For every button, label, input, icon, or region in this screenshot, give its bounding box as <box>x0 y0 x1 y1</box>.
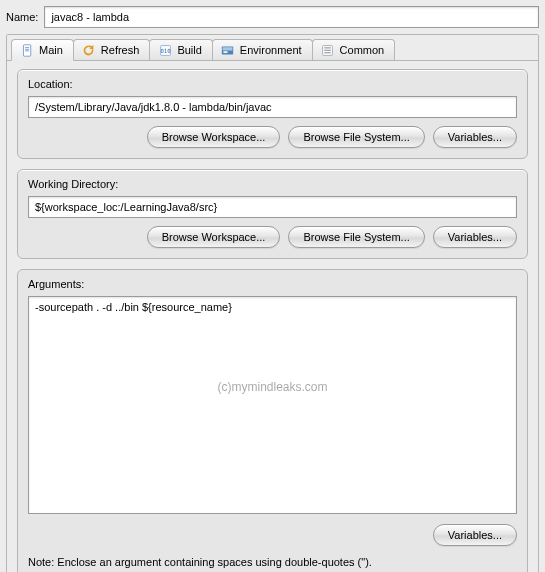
workdir-variables-button[interactable]: Variables... <box>433 226 517 248</box>
document-icon <box>20 43 34 57</box>
environment-icon <box>221 43 235 57</box>
working-directory-input[interactable] <box>28 196 517 218</box>
location-label: Location: <box>28 78 517 90</box>
arguments-note: Note: Enclose an argument containing spa… <box>28 556 517 568</box>
tabs-bar: Main Refresh 010 Build Environment Commo… <box>7 35 538 61</box>
name-label: Name: <box>6 11 38 23</box>
location-browse-filesystem-button[interactable]: Browse File System... <box>288 126 424 148</box>
tab-environment-label: Environment <box>240 44 302 56</box>
tab-build-label: Build <box>177 44 201 56</box>
working-directory-label: Working Directory: <box>28 178 517 190</box>
svg-rect-12 <box>324 52 331 53</box>
arguments-label: Arguments: <box>28 278 517 290</box>
svg-rect-10 <box>324 47 331 48</box>
location-group: Location: Browse Workspace... Browse Fil… <box>17 69 528 159</box>
location-input[interactable] <box>28 96 517 118</box>
tab-common-label: Common <box>340 44 385 56</box>
tab-main-label: Main <box>39 44 63 56</box>
config-panel: Main Refresh 010 Build Environment Commo… <box>6 34 539 572</box>
svg-rect-8 <box>224 51 228 53</box>
name-row: Name: <box>6 6 539 28</box>
build-icon: 010 <box>158 43 172 57</box>
arguments-group: Arguments: (c)mymindleaks.com Variables.… <box>17 269 528 572</box>
svg-text:010: 010 <box>160 47 171 53</box>
tab-refresh[interactable]: Refresh <box>73 39 151 60</box>
tab-refresh-label: Refresh <box>101 44 140 56</box>
tab-environment[interactable]: Environment <box>212 39 313 60</box>
common-icon <box>321 43 335 57</box>
tab-main-body: Location: Browse Workspace... Browse Fil… <box>7 61 538 572</box>
tab-build[interactable]: 010 Build <box>149 39 212 60</box>
workdir-browse-filesystem-button[interactable]: Browse File System... <box>288 226 424 248</box>
working-directory-group: Working Directory: Browse Workspace... B… <box>17 169 528 259</box>
arguments-textarea[interactable] <box>28 296 517 514</box>
arguments-variables-button[interactable]: Variables... <box>433 524 517 546</box>
svg-rect-3 <box>25 50 29 51</box>
svg-rect-7 <box>223 47 233 50</box>
svg-rect-1 <box>25 47 29 48</box>
name-input[interactable] <box>44 6 539 28</box>
svg-rect-2 <box>25 48 29 49</box>
workdir-browse-workspace-button[interactable]: Browse Workspace... <box>147 226 281 248</box>
location-browse-workspace-button[interactable]: Browse Workspace... <box>147 126 281 148</box>
tab-main[interactable]: Main <box>11 39 74 61</box>
location-variables-button[interactable]: Variables... <box>433 126 517 148</box>
svg-rect-11 <box>324 49 331 50</box>
tab-common[interactable]: Common <box>312 39 396 60</box>
refresh-icon <box>82 43 96 57</box>
